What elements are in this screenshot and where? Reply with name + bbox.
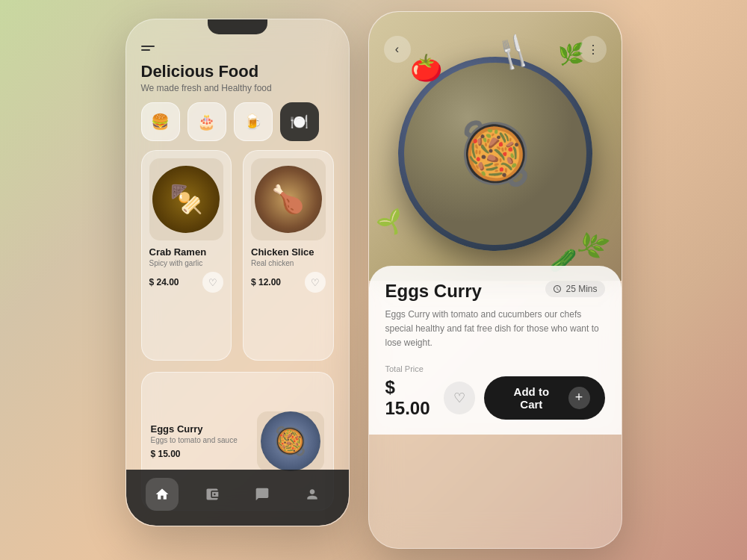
food-image-chicken [251,158,326,240]
eggs-curry-desc: Eggs to tomato and sauce [151,436,249,444]
chicken-slice-price-row: $ 12.00 ♡ [251,272,326,293]
food-card-crab-ramen[interactable]: Crab Ramen Spicy with garlic $ 24.00 ♡ [141,150,232,361]
cook-time: 25 Mins [565,284,597,294]
nav-home[interactable] [146,478,179,511]
chicken-slice-desc: Real chicken [251,259,326,267]
food-card-chicken-slice[interactable]: Chicken Slice Real chicken $ 12.00 ♡ [243,150,334,361]
time-badge: 25 Mins [545,281,604,297]
chicken-slice-image [255,166,322,233]
crab-ramen-price: $ 24.00 [149,277,179,287]
detail-description: Eggs Curry with tomato and cucumbers our… [385,308,605,351]
crab-ramen-desc: Spicy with garlic [149,259,224,267]
nav-chat[interactable] [246,478,279,511]
detail-header: ‹ ⋮ [369,27,622,70]
crab-ramen-image [152,166,220,233]
eggs-curry-price: $ 15.00 [151,449,181,459]
cat-btn-drinks[interactable]: 🍺 [234,102,273,141]
category-list: 🍔 🎂 🍺 🍽️ [141,102,334,141]
page-title-block: Delicious Food We made fresh and Healthy… [141,62,334,93]
more-button[interactable]: ⋮ [580,36,607,63]
detail-food-name: Eggs Curry [385,281,482,302]
add-to-cart-label: Add to Cart [502,385,561,411]
chicken-slice-price: $ 12.00 [251,277,281,287]
eggs-curry-name: Eggs Curry [151,423,249,435]
add-to-cart-button[interactable]: Add to Cart + [484,376,605,420]
detail-price: $ 15.00 [385,377,444,419]
food-grid: Crab Ramen Spicy with garlic $ 24.00 ♡ C… [141,150,334,511]
profile-icon [305,487,320,502]
chicken-slice-name: Chicken Slice [251,246,326,258]
eggs-curry-price-row: $ 15.00 [151,449,249,459]
favorite-button[interactable]: ♡ [444,382,475,414]
phone-notch [208,19,267,34]
crab-ramen-price-row: $ 24.00 ♡ [149,272,224,293]
bowl-emoji: 🥘 [458,119,533,189]
wallet-icon [205,487,220,502]
total-label: Total Price [385,364,605,373]
food-image-crab [149,158,224,240]
chat-icon [255,487,270,502]
menu-icon[interactable] [141,46,155,51]
footer-actions: ♡ Add to Cart + [444,376,605,420]
plus-icon: + [568,387,590,409]
detail-footer: $ 15.00 ♡ Add to Cart + [385,376,605,420]
cat-btn-burger[interactable]: 🍔 [141,102,180,141]
crab-ramen-name: Crab Ramen [149,246,224,258]
detail-title-row: Eggs Curry 25 Mins [385,281,605,302]
page-title: Delicious Food [141,62,334,81]
clock-icon [553,284,562,293]
back-button[interactable]: ‹ [384,36,411,63]
cat-btn-food[interactable]: 🍽️ [280,102,319,141]
menu-phone: Delicious Food We made fresh and Healthy… [125,19,350,526]
cat-btn-dessert[interactable]: 🎂 [187,102,226,141]
detail-phone: ‹ ⋮ 🥘 🍅 🌿 🥒 🍴 🌱 🌿 [368,11,622,549]
detail-info-panel: Eggs Curry 25 Mins Eggs Curry with tomat… [369,266,622,435]
phone-header [141,42,334,62]
chicken-slice-favorite[interactable]: ♡ [305,272,326,293]
food-image-eggs [257,411,324,471]
nav-profile[interactable] [296,478,329,511]
page-subtitle: We made fresh and Healthy food [141,83,334,93]
home-icon [155,487,170,502]
eggs-curry-image [261,411,320,471]
crab-ramen-favorite[interactable]: ♡ [202,272,223,293]
bottom-navigation [126,470,349,526]
eggs-curry-info: Eggs Curry Eggs to tomato and sauce $ 15… [151,423,249,459]
nav-wallet[interactable] [196,478,229,511]
